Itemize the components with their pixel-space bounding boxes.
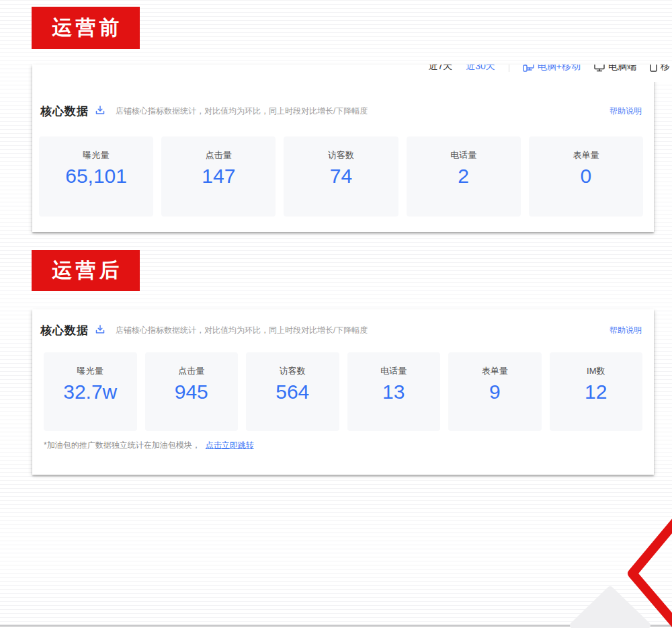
metric-label: 电话量 (407, 149, 521, 161)
device-all-tab[interactable]: 电脑+移动 (523, 65, 581, 73)
metric-value: 0 (529, 165, 643, 188)
metric-value: 9 (448, 381, 542, 403)
metric-cards-before: 曝光量 65,101 点击量 147 访客数 74 电话量 2 表单量 0 (39, 136, 643, 217)
section-banner-after: 运营后 (32, 250, 140, 291)
desktop-mobile-icon (523, 65, 534, 72)
panel-after-header: 核心数据 店铺核心指标数据统计，对比值均为环比，同上时段对比增长/下降幅度 帮助… (40, 323, 642, 338)
metric-label: 访客数 (284, 149, 398, 161)
download-icon (95, 105, 106, 118)
metric-value: 13 (347, 381, 441, 403)
banner-after-label: 运营后 (49, 257, 123, 284)
banner-before-label: 运营前 (49, 14, 123, 42)
metric-label: 访客数 (246, 365, 339, 377)
metric-card-exposure: 曝光量 32.7w (44, 352, 137, 431)
metric-card-visitors: 访客数 74 (284, 136, 398, 217)
metric-value: 32.7w (44, 381, 137, 403)
device-mobile-label: 移 (661, 65, 670, 73)
metric-value: 12 (550, 381, 643, 403)
metric-label: 电话量 (347, 365, 441, 377)
device-pc-label: 电脑端 (608, 65, 636, 73)
panel-before-description: 店铺核心指标数据统计，对比值均为环比，同上时段对比增长/下降幅度 (116, 106, 368, 117)
device-mobile-tab[interactable]: 移 (650, 65, 670, 73)
metric-label: 曝光量 (39, 149, 153, 161)
panel-before-header: 核心数据 店铺核心指标数据统计，对比值均为环比，同上时段对比增长/下降幅度 帮助… (40, 104, 642, 119)
metric-card-calls: 电话量 13 (347, 352, 441, 431)
metric-value: 564 (246, 381, 339, 403)
metric-card-exposure: 曝光量 65,101 (39, 136, 153, 217)
mobile-phone-icon (650, 65, 657, 72)
metric-card-clicks: 点击量 945 (145, 352, 239, 431)
metric-card-clicks: 点击量 147 (161, 136, 276, 217)
metric-value: 945 (145, 381, 239, 403)
metric-label: 点击量 (161, 149, 276, 161)
metric-card-im: IM数 12 (550, 352, 643, 431)
panel-after-title: 核心数据 (40, 323, 89, 338)
range-30d-tab[interactable]: 近30天 (466, 65, 495, 73)
range-30d-label: 近30天 (466, 65, 495, 73)
footnote: *加油包的推广数据独立统计在加油包模块， 点击立即跳转 (44, 440, 254, 451)
metric-value: 74 (284, 165, 398, 188)
toolbar-divider (509, 65, 509, 72)
metric-cards-after: 曝光量 32.7w 点击量 945 访客数 564 电话量 13 表单量 9 I… (44, 352, 642, 431)
help-link-before[interactable]: 帮助说明 (610, 106, 642, 117)
panel-before-title: 核心数据 (40, 104, 89, 119)
metric-label: IM数 (550, 365, 643, 377)
metric-value: 65,101 (39, 165, 153, 188)
footnote-jump-link[interactable]: 点击立即跳转 (206, 440, 254, 451)
bottom-border-line (0, 625, 672, 627)
download-button[interactable] (95, 324, 106, 338)
red-chevron-decoration (632, 516, 672, 628)
metric-card-forms: 表单量 0 (529, 136, 643, 217)
range-7d-label: 近7天 (428, 65, 452, 73)
metric-label: 曝光量 (44, 365, 137, 377)
metric-label: 表单量 (529, 149, 643, 161)
metric-label: 点击量 (145, 365, 239, 377)
panel-after-description: 店铺核心指标数据统计，对比值均为环比，同上时段对比增长/下降幅度 (116, 325, 368, 336)
metric-card-forms: 表单量 9 (448, 352, 542, 431)
range-7d-tab[interactable]: 近7天 (428, 65, 452, 73)
download-icon (95, 324, 106, 338)
metric-value: 2 (407, 165, 521, 188)
footnote-text: *加油包的推广数据独立统计在加油包模块， (44, 440, 200, 451)
download-button[interactable] (95, 105, 106, 118)
core-data-panel-before: 核心数据 店铺核心指标数据统计，对比值均为环比，同上时段对比增长/下降幅度 帮助… (32, 65, 654, 232)
date-device-toolbar: 近7天 近30天 电脑+移动 电脑端 (428, 65, 670, 73)
metric-card-visitors: 访客数 564 (246, 352, 339, 431)
device-all-label: 电脑+移动 (538, 65, 581, 73)
metric-label: 表单量 (448, 365, 542, 377)
core-data-panel-after: 核心数据 店铺核心指标数据统计，对比值均为环比，同上时段对比增长/下降幅度 帮助… (32, 309, 654, 475)
section-banner-before: 运营前 (32, 7, 140, 49)
metric-value: 147 (161, 165, 276, 188)
help-link-after[interactable]: 帮助说明 (610, 325, 642, 336)
desktop-icon (594, 65, 605, 72)
toolbar-strip: 近7天 近30天 电脑+移动 电脑端 (32, 65, 672, 82)
gray-triangle-decoration (573, 590, 647, 625)
metric-card-calls: 电话量 2 (407, 136, 521, 217)
device-pc-tab[interactable]: 电脑端 (594, 65, 636, 73)
